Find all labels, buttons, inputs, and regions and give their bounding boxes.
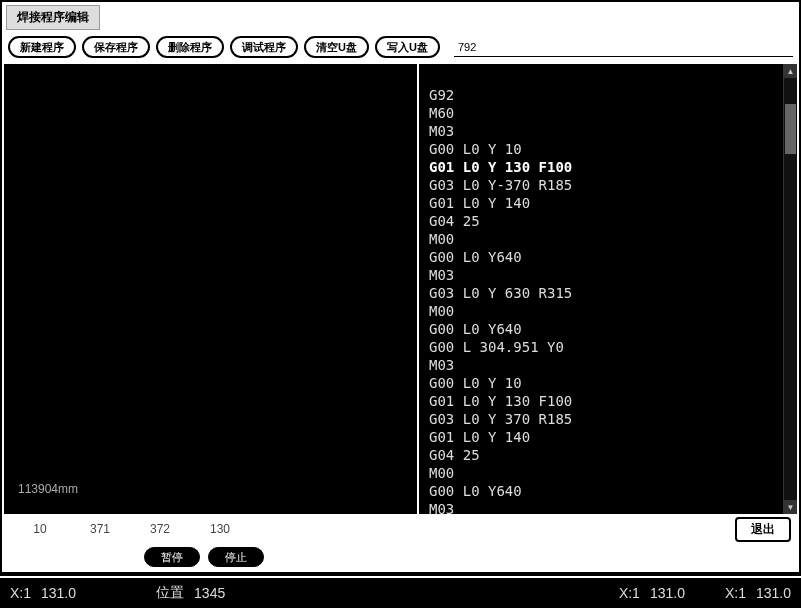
status-right2-value: 131.0	[756, 585, 791, 601]
value-bar: 10 371 372 130 退出	[4, 516, 797, 544]
preview-dimension-label: 113904mm	[18, 482, 78, 496]
top-readout: 792	[454, 37, 793, 57]
status-left-value: 131.0	[41, 585, 76, 601]
scroll-thumb[interactable]	[785, 104, 796, 154]
content-area: 113904mm G92M60M03G00 L0 Y 10G01 L0 Y 13…	[4, 64, 797, 516]
status-mid-label: 位置	[156, 584, 184, 602]
gcode-line[interactable]: M00	[429, 230, 791, 248]
status-mid-value: 1345	[194, 585, 225, 601]
gcode-line[interactable]: M00	[429, 464, 791, 482]
window-title: 焊接程序编辑	[6, 5, 100, 30]
main-window: 焊接程序编辑 新建程序 保存程序 删除程序 调试程序 清空U盘 写入U盘 792…	[2, 2, 799, 572]
gcode-line[interactable]: G01 L0 Y 140	[429, 428, 791, 446]
gcode-line[interactable]: M03	[429, 500, 791, 514]
gcode-line[interactable]: G01 L0 Y 130 F100	[429, 392, 791, 410]
gcode-line[interactable]: M00	[429, 302, 791, 320]
delete-program-button[interactable]: 删除程序	[156, 36, 224, 58]
gcode-line[interactable]: G00 L0 Y 10	[429, 374, 791, 392]
status-right1-value: 131.0	[650, 585, 685, 601]
gcode-line[interactable]: G00 L0 Y640	[429, 482, 791, 500]
gcode-line[interactable]: G92	[429, 86, 791, 104]
write-usb-button[interactable]: 写入U盘	[375, 36, 440, 58]
stop-button[interactable]: 停止	[208, 547, 264, 567]
status-right-2: X:1 131.0	[725, 585, 791, 601]
gcode-line[interactable]: G01 L0 Y 130 F100	[429, 158, 791, 176]
clear-usb-button[interactable]: 清空U盘	[304, 36, 369, 58]
gcode-line[interactable]: G00 L0 Y640	[429, 248, 791, 266]
title-bar: 焊接程序编辑	[4, 4, 797, 32]
status-mid: 位置 1345	[156, 584, 225, 602]
pause-button[interactable]: 暂停	[144, 547, 200, 567]
gcode-line[interactable]: G03 L0 Y 370 R185	[429, 410, 791, 428]
status-left-label: X:1	[10, 585, 31, 601]
status-right2-label: X:1	[725, 585, 746, 601]
preview-pane: 113904mm	[4, 64, 419, 514]
gcode-line[interactable]: M03	[429, 356, 791, 374]
gcode-line[interactable]: G00 L0 Y640	[429, 320, 791, 338]
control-button-row: 暂停 停止	[4, 544, 797, 570]
gcode-line[interactable]: G00 L0 Y 10	[429, 140, 791, 158]
exit-button[interactable]: 退出	[735, 517, 791, 542]
gcode-line[interactable]: G04 25	[429, 212, 791, 230]
value-4: 130	[190, 522, 250, 536]
value-1: 10	[10, 522, 70, 536]
gcode-line[interactable]: G04 25	[429, 446, 791, 464]
gcode-line[interactable]: M03	[429, 122, 791, 140]
new-program-button[interactable]: 新建程序	[8, 36, 76, 58]
gcode-line[interactable]: M60	[429, 104, 791, 122]
gcode-line[interactable]: G03 L0 Y 630 R315	[429, 284, 791, 302]
value-2: 371	[70, 522, 130, 536]
save-program-button[interactable]: 保存程序	[82, 36, 150, 58]
gcode-line[interactable]: G00 L 304.951 Y0	[429, 338, 791, 356]
gcode-list[interactable]: G92M60M03G00 L0 Y 10G01 L0 Y 130 F100G03…	[419, 64, 797, 514]
status-left: X:1 131.0	[10, 585, 76, 601]
gcode-line[interactable]: G03 L0 Y-370 R185	[429, 176, 791, 194]
status-right1-label: X:1	[619, 585, 640, 601]
gcode-line[interactable]: G01 L0 Y 140	[429, 194, 791, 212]
vertical-scrollbar[interactable]: ▲ ▼	[783, 64, 797, 514]
toolbar: 新建程序 保存程序 删除程序 调试程序 清空U盘 写入U盘 792	[4, 32, 797, 64]
debug-program-button[interactable]: 调试程序	[230, 36, 298, 58]
status-right-1: X:1 131.0	[619, 585, 685, 601]
gcode-line[interactable]: M03	[429, 266, 791, 284]
status-bar: X:1 131.0 位置 1345 X:1 131.0 X:1 131.0	[0, 576, 801, 608]
gcode-pane: G92M60M03G00 L0 Y 10G01 L0 Y 130 F100G03…	[419, 64, 797, 514]
scroll-down-button[interactable]: ▼	[784, 500, 797, 514]
gcode-line[interactable]	[429, 68, 791, 86]
value-3: 372	[130, 522, 190, 536]
scroll-up-button[interactable]: ▲	[784, 64, 797, 78]
